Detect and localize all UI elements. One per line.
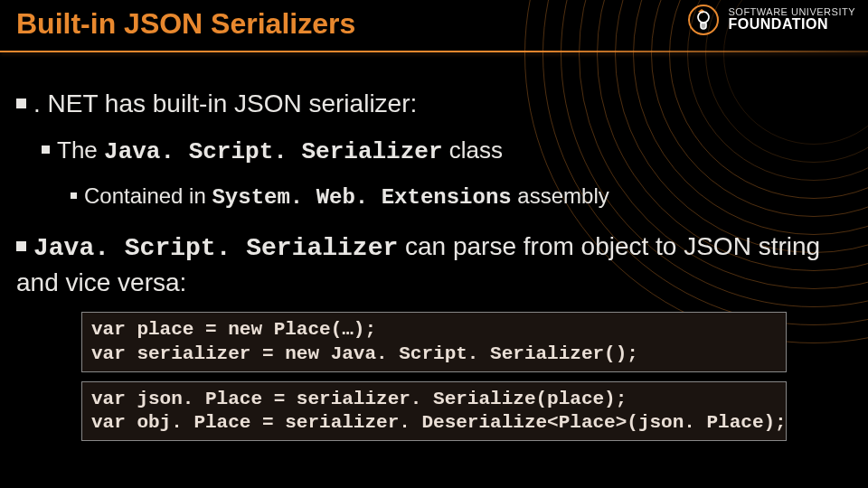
lightbulb-icon: [687, 4, 720, 36]
bullet-square-icon: [42, 145, 50, 154]
bullet-level-1: The Java. Script. Serializer class: [42, 134, 852, 168]
slide-content: . NET has built-in JSON serializer: The …: [16, 87, 852, 450]
inline-code: Java. Script. Serializer: [33, 234, 398, 262]
bullet-pre: The: [57, 136, 104, 164]
bullet-post: assembly: [512, 183, 609, 208]
inline-code: Java. Script. Serializer: [104, 138, 442, 165]
bullet-square-icon: [16, 99, 26, 108]
bullet-level-0: . NET has built-in JSON serializer:: [16, 87, 852, 121]
code-block-2: var json. Place = serializer. Serialize(…: [81, 381, 787, 442]
bullet-square-icon: [16, 241, 26, 251]
code-block-1: var place = new Place(…); var serializer…: [81, 312, 787, 372]
svg-point-0: [689, 5, 718, 34]
brand-logo: SOFTWARE UNIVERSITY FOUNDATION: [687, 4, 856, 36]
inline-code: System. Web. Extensions: [212, 185, 511, 210]
bullet-level-0: Java. Script. Serializer can parse from …: [16, 230, 852, 300]
bullet-post: class: [443, 136, 503, 164]
logo-text-bottom: FOUNDATION: [729, 17, 856, 33]
bullet-level-2: Contained in System. Web. Extensions ass…: [71, 181, 852, 213]
title-underline: [0, 51, 868, 52]
bullet-pre: Contained in: [84, 183, 212, 208]
bullet-square-icon: [71, 192, 77, 199]
slide-title: Built-in JSON Serializers: [16, 7, 355, 41]
bullet-text: . NET has built-in JSON serializer:: [33, 89, 417, 117]
